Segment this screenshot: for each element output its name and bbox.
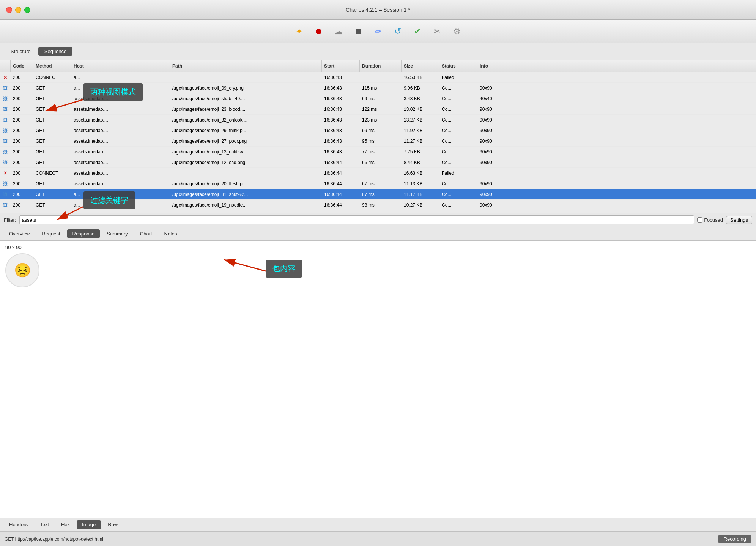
- stop-button[interactable]: ⏹: [350, 24, 367, 39]
- table-row[interactable]: 🖼 200 GET a... /ugc/images/face/emoji_19…: [0, 200, 756, 210]
- td-method: GET: [33, 192, 71, 197]
- td-host: assets.imedao....: [71, 160, 170, 165]
- tab-summary[interactable]: Summary: [101, 229, 133, 238]
- table-row[interactable]: 🖼 200 GET assets.imedao.... /ugc/images/…: [0, 147, 756, 157]
- td-host: a...: [71, 85, 170, 91]
- error-icon: ✕: [2, 75, 8, 80]
- td-host: a...: [71, 75, 170, 80]
- table-row[interactable]: 🖼 200 GET assets.imedao.... /ugc/images/…: [0, 178, 756, 189]
- td-start: 16:36:43: [322, 75, 360, 80]
- td-path: /ugc/images/face/emoji_shabi_40....: [170, 96, 322, 101]
- table-row[interactable]: ✕ 200 CONNECT assets.imedao.... 16:36:44…: [0, 168, 756, 178]
- td-start: 16:36:44: [322, 192, 360, 197]
- cursor-tool-button[interactable]: ✦: [290, 24, 308, 39]
- td-size: 13.27 KB: [402, 117, 439, 123]
- td-start: 16:36:43: [322, 85, 360, 91]
- td-size: 13.02 KB: [402, 107, 439, 112]
- td-start: 16:36:43: [322, 96, 360, 101]
- td-method: GET: [33, 139, 71, 144]
- tab-request[interactable]: Request: [36, 229, 65, 238]
- td-start: 16:36:44: [322, 202, 360, 208]
- focused-checkbox-wrap: Focused: [697, 217, 723, 223]
- td-size: 3.43 KB: [402, 96, 439, 101]
- td-info: 90x90: [477, 107, 553, 112]
- compose-button[interactable]: ✏: [369, 24, 387, 39]
- response-tab-image[interactable]: Image: [77, 520, 101, 529]
- title-bar: Charles 4.2.1 – Session 1 *: [0, 0, 756, 20]
- td-size: 10.27 KB: [402, 202, 439, 208]
- table-row[interactable]: 🖼 200 GET a... /ugc/images/face/emoji_09…: [0, 83, 756, 93]
- td-info: 90x90: [477, 128, 553, 133]
- filter-input[interactable]: [19, 215, 695, 224]
- settings-button[interactable]: Settings: [726, 216, 752, 224]
- table-row[interactable]: 🖼 200 GET assets.imedao.... /ugc/images/…: [0, 104, 756, 115]
- image-icon: 🖼: [2, 128, 8, 133]
- response-tab-headers[interactable]: Headers: [4, 520, 33, 529]
- table-row[interactable]: 🖼 200 GET assets.imedao.... /ugc/images/…: [0, 157, 756, 168]
- tab-sequence[interactable]: Sequence: [38, 47, 73, 56]
- table-row[interactable]: 🖼 200 GET a... /ugc/images/face/emoji_31…: [0, 189, 756, 200]
- td-duration: 77 ms: [360, 149, 402, 155]
- tools-button[interactable]: ✂: [428, 24, 446, 39]
- tab-structure[interactable]: Structure: [5, 47, 37, 56]
- table-row[interactable]: 🖼 200 GET assets.imedao.... /ugc/images/…: [0, 115, 756, 125]
- focused-label: Focused: [704, 217, 723, 223]
- tab-overview[interactable]: Overview: [4, 229, 35, 238]
- image-icon: 🖼: [2, 85, 8, 91]
- close-button[interactable]: [6, 7, 12, 13]
- record-button[interactable]: ⏺: [310, 24, 328, 39]
- td-method: GET: [33, 107, 71, 112]
- td-host: assets.imedao....: [71, 170, 170, 176]
- td-status: Co...: [439, 107, 477, 112]
- traffic-lights: [6, 7, 30, 13]
- tab-notes[interactable]: Notes: [159, 229, 183, 238]
- table-row[interactable]: 🖼 200 GET assets.imedao.... /ugc/images/…: [0, 93, 756, 104]
- maximize-button[interactable]: [24, 7, 30, 13]
- td-host: assets.imedao....: [71, 128, 170, 133]
- td-duration: 123 ms: [360, 117, 402, 123]
- td-icon: 🖼: [0, 117, 11, 123]
- td-status: Co...: [439, 96, 477, 101]
- tab-response[interactable]: Response: [67, 229, 100, 238]
- cloud-button[interactable]: ☁: [330, 24, 347, 39]
- td-host: assets.imedao....: [71, 117, 170, 123]
- td-code: 200: [11, 96, 33, 101]
- tab-chart[interactable]: Chart: [135, 229, 158, 238]
- td-icon: 🖼: [0, 107, 11, 112]
- response-tab-hex[interactable]: Hex: [56, 520, 75, 529]
- response-tab-text[interactable]: Text: [35, 520, 54, 529]
- error-icon: ✕: [2, 170, 8, 176]
- td-status: Co...: [439, 128, 477, 133]
- response-tab-raw[interactable]: Raw: [102, 520, 123, 529]
- image-icon: 🖼: [2, 181, 8, 186]
- detail-tabs: OverviewRequestResponseSummaryChartNotes: [0, 227, 756, 241]
- td-info: 90x90: [477, 181, 553, 186]
- td-icon: 🖼: [0, 192, 11, 197]
- th-duration: Duration: [360, 60, 402, 72]
- recording-button[interactable]: Recording: [718, 535, 751, 543]
- td-size: 16.63 KB: [402, 170, 439, 176]
- table-row[interactable]: 🖼 200 GET assets.imedao.... /ugc/images/…: [0, 125, 756, 136]
- table-row[interactable]: 🖼 200 GET assets.imedao.... /ugc/images/…: [0, 136, 756, 147]
- td-code: 200: [11, 160, 33, 165]
- td-status: Co...: [439, 202, 477, 208]
- td-host: assets.imedao....: [71, 149, 170, 155]
- td-path: /ugc/images/face/emoji_23_blood....: [170, 107, 322, 112]
- td-size: 7.75 KB: [402, 149, 439, 155]
- td-host: a...: [71, 202, 170, 208]
- td-status: Co...: [439, 117, 477, 123]
- th-info: Info: [477, 60, 553, 72]
- td-status: Failed: [439, 170, 477, 176]
- focused-checkbox[interactable]: [697, 217, 702, 223]
- image-icon: 🖼: [2, 117, 8, 123]
- td-method: GET: [33, 96, 71, 101]
- td-code: 200: [11, 107, 33, 112]
- refresh-button[interactable]: ↺: [389, 24, 406, 39]
- window-title: Charles 4.2.1 – Session 1 *: [346, 7, 410, 13]
- td-info: 90x90: [477, 139, 553, 144]
- td-host: assets.imedao....: [71, 96, 170, 101]
- settings-button[interactable]: ⚙: [448, 24, 466, 39]
- table-row[interactable]: ✕ 200 CONNECT a... 16:36:43 16.50 KB Fai…: [0, 72, 756, 83]
- check-button[interactable]: ✔: [409, 24, 426, 39]
- minimize-button[interactable]: [15, 7, 21, 13]
